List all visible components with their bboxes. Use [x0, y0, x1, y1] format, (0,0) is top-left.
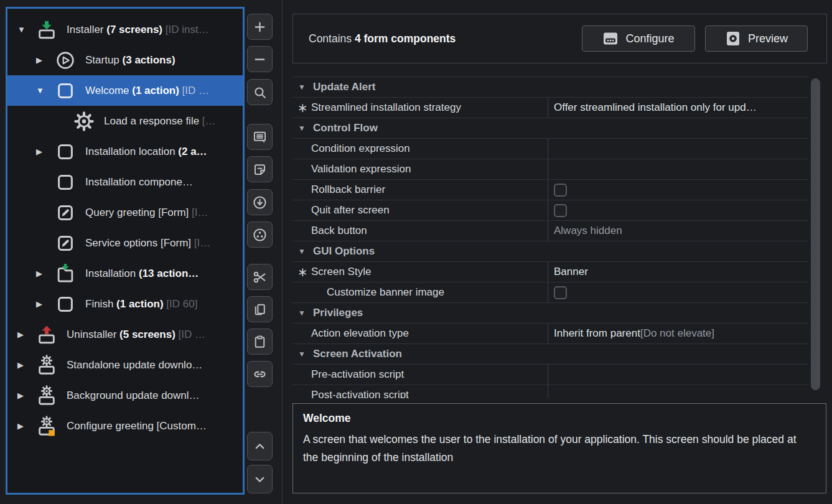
- collapse-triangle-icon[interactable]: ▼: [298, 309, 313, 317]
- checkbox[interactable]: [554, 286, 567, 299]
- property-name: Screen Style: [311, 266, 371, 278]
- property-value-cell[interactable]: [548, 385, 808, 398]
- tree-item-installation-components[interactable]: Installation compone…: [7, 167, 243, 197]
- description-panel: Welcome A screen that welcomes the user …: [292, 403, 826, 493]
- section-label: GUI Options: [313, 245, 375, 258]
- scrollbar[interactable]: [811, 78, 820, 390]
- screen-icon: [55, 80, 76, 101]
- property-value-cell: [548, 282, 808, 302]
- plus-icon: [252, 19, 268, 35]
- expander-icon[interactable]: ▶: [17, 330, 36, 339]
- property-row-quit-after-screen: Quit after screen: [292, 200, 808, 221]
- property-value-cell[interactable]: Banner: [548, 262, 808, 282]
- screen-icon: [55, 172, 76, 193]
- install-folder-icon: [55, 263, 76, 284]
- uninstaller-tray-icon: [36, 324, 57, 345]
- expander-icon[interactable]: ▶: [17, 360, 36, 370]
- tree-item-standalone-update-downloader[interactable]: ▶Standalone update downlo…: [7, 350, 243, 380]
- section-label: Privileges: [313, 307, 363, 319]
- property-value-cell: [548, 180, 808, 200]
- configure-button[interactable]: Configure: [582, 26, 695, 52]
- expander-icon[interactable]: ▶: [36, 299, 55, 309]
- section-gui-options[interactable]: ▼GUI Options: [292, 241, 808, 262]
- tree-item-installer[interactable]: ▼Installer (7 screens) [ID inst…: [7, 14, 243, 45]
- form-screen-icon: [55, 202, 76, 223]
- tree: ▼Installer (7 screens) [ID inst… ▶Startu…: [7, 9, 243, 441]
- section-control-flow[interactable]: ▼Control Flow: [292, 118, 808, 139]
- modified-marker: ∗: [297, 264, 311, 279]
- checkbox[interactable]: [554, 204, 567, 217]
- property-value-cell[interactable]: Always hidden: [548, 221, 808, 241]
- property-value: Offer streamlined installation only for …: [554, 101, 757, 114]
- scrollbar-thumb[interactable]: [811, 78, 820, 390]
- property-value-cell[interactable]: Inherit from parent [Do not elevate]: [548, 324, 808, 343]
- property-value: Inherit from parent: [554, 327, 640, 340]
- copy-icon: [252, 302, 268, 317]
- comment-button[interactable]: [247, 124, 273, 150]
- expander-icon[interactable]: ▶: [36, 55, 55, 65]
- tree-item-background-update-downloader[interactable]: ▶Background update downl…: [7, 380, 243, 411]
- expander-icon[interactable]: ▼: [17, 25, 36, 34]
- property-name: Customize banner image: [327, 286, 444, 299]
- collapse-triangle-icon[interactable]: ▼: [298, 247, 313, 256]
- property-name: Pre-activation script: [311, 368, 404, 381]
- description-body: A screen that welcomes the user to the i…: [303, 431, 801, 467]
- note-button[interactable]: [247, 156, 273, 182]
- property-value-cell[interactable]: [548, 365, 808, 385]
- find-button[interactable]: [247, 79, 273, 105]
- checkbox[interactable]: [554, 184, 567, 197]
- tree-item-configure-greeting[interactable]: ▶Configure greeting [Custom…: [7, 411, 243, 441]
- tree-item-installation-location[interactable]: ▶Installation location (2 a…: [7, 136, 243, 167]
- section-update-alert[interactable]: ▼Update Alert: [292, 77, 808, 98]
- contains-text: Contains 4 form components: [293, 32, 582, 45]
- link-button[interactable]: [247, 361, 273, 387]
- expander-icon[interactable]: ▶: [17, 391, 36, 400]
- tree-item-startup[interactable]: ▶Startup (3 actions): [7, 45, 243, 75]
- property-name: Post-activation script: [311, 389, 409, 398]
- property-name: Quit after screen: [311, 204, 390, 217]
- tree-item-load-response-file[interactable]: Load a response file […: [7, 106, 243, 136]
- cut-button[interactable]: [247, 264, 273, 290]
- preview-button[interactable]: Preview: [705, 26, 808, 52]
- property-name: Condition expression: [311, 142, 410, 155]
- move-up-button[interactable]: [247, 432, 273, 460]
- tree-item-finish[interactable]: ▶Finish (1 action) [ID 60]: [7, 289, 243, 319]
- screen-icon: [55, 294, 76, 315]
- expander-icon[interactable]: ▼: [36, 86, 55, 95]
- property-name: Streamlined installation strategy: [311, 101, 461, 114]
- copy-button[interactable]: [247, 296, 273, 322]
- remove-button[interactable]: [247, 46, 273, 72]
- property-row-pre-activation-script: Pre-activation script: [292, 365, 808, 385]
- expander-icon[interactable]: ▶: [17, 421, 36, 431]
- property-name: Action elevation type: [311, 327, 409, 340]
- action-group-button[interactable]: [247, 222, 273, 248]
- property-value-cell: [548, 200, 808, 220]
- paste-button[interactable]: [247, 329, 273, 355]
- tree-item-welcome[interactable]: ▼Welcome (1 action) [ID …: [7, 75, 243, 106]
- property-value-cell[interactable]: [548, 139, 808, 159]
- download-action-button[interactable]: [247, 189, 273, 215]
- expander-icon[interactable]: ▶: [36, 269, 55, 278]
- property-name: Rollback barrier: [311, 184, 385, 196]
- move-down-button[interactable]: [247, 465, 273, 493]
- tree-item-service-options[interactable]: Service options [Form] [I…: [7, 228, 243, 258]
- startup-play-icon: [55, 50, 76, 71]
- property-row-rollback-barrier: Rollback barrier: [292, 180, 808, 200]
- tree-item-uninstaller[interactable]: ▶Uninstaller (5 screens) [ID …: [7, 319, 243, 350]
- property-name: Validation expression: [311, 163, 411, 175]
- tree-item-query-greeting[interactable]: Query greeting [Form] [I…: [7, 197, 243, 228]
- collapse-triangle-icon[interactable]: ▼: [298, 124, 313, 133]
- eye-preview-icon: [725, 30, 741, 47]
- collapse-triangle-icon[interactable]: ▼: [298, 83, 313, 91]
- minus-icon: [252, 52, 268, 67]
- section-privileges[interactable]: ▼Privileges: [292, 303, 808, 324]
- screens-actions-tree-panel: ▼Installer (7 screens) [ID inst… ▶Startu…: [6, 7, 245, 495]
- collapse-triangle-icon[interactable]: ▼: [298, 350, 313, 358]
- expander-icon[interactable]: ▶: [36, 147, 55, 156]
- add-button[interactable]: [247, 14, 273, 40]
- section-screen-activation[interactable]: ▼Screen Activation: [292, 344, 808, 365]
- tree-item-installation[interactable]: ▶Installation (13 action…: [7, 258, 243, 289]
- property-value-cell[interactable]: [548, 159, 808, 179]
- gear-action-icon: [73, 111, 95, 132]
- property-value-cell[interactable]: Offer streamlined installation only for …: [548, 98, 808, 118]
